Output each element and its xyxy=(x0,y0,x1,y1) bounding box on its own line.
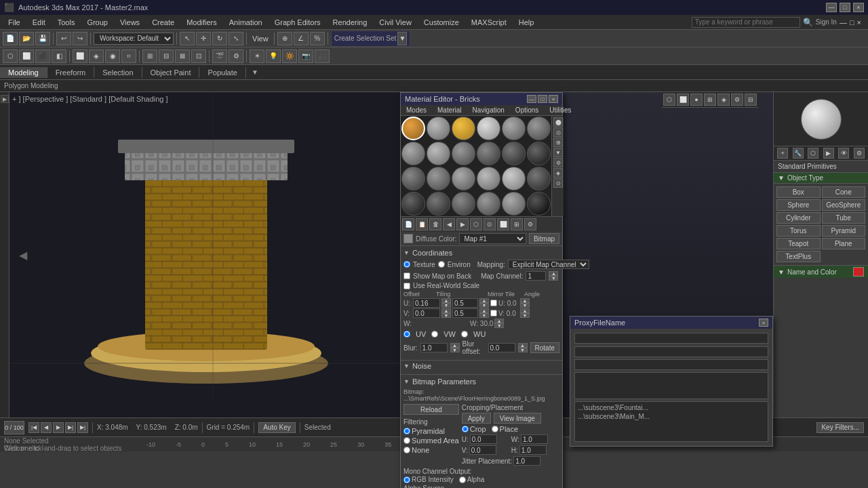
tool5[interactable]: ⬜ xyxy=(73,49,87,63)
mat-tb-4[interactable]: ◀ xyxy=(443,218,455,230)
summed-radio[interactable] xyxy=(403,437,410,444)
tool1[interactable]: ⬡ xyxy=(3,49,18,63)
mat-menu-utilities[interactable]: Utilities xyxy=(544,105,576,115)
dialog-minimize[interactable]: — xyxy=(527,95,536,103)
object-type-section-header[interactable]: ▼ Object Type xyxy=(774,173,868,184)
sphere-7[interactable] xyxy=(427,142,450,165)
blur-offset-down[interactable]: ▼ xyxy=(518,348,528,352)
sphere-21[interactable] xyxy=(477,192,500,216)
offset-u-up[interactable]: ▲ xyxy=(441,298,451,303)
menu-file[interactable]: File xyxy=(3,17,26,28)
pyramidal-radio[interactable] xyxy=(403,428,410,434)
sphere-19[interactable] xyxy=(427,192,450,216)
mat-tb-1[interactable]: 📄 xyxy=(402,218,414,230)
sphere-8[interactable] xyxy=(452,142,475,165)
tool2[interactable]: ⬜ xyxy=(19,49,34,63)
undo-btn[interactable]: ↩ xyxy=(56,32,71,45)
menu-rendering[interactable]: Rendering xyxy=(328,17,373,28)
sphere-4[interactable] xyxy=(502,117,526,140)
corner-icon-3[interactable]: ● xyxy=(690,94,703,106)
tube-btn[interactable]: Tube xyxy=(822,212,866,224)
sphere-btn[interactable]: Sphere xyxy=(776,199,821,211)
create-set-dropdown[interactable]: ▼ xyxy=(397,32,407,45)
new-btn[interactable]: 📄 xyxy=(3,32,18,45)
save-btn[interactable]: 💾 xyxy=(35,32,50,45)
sign-in[interactable]: Sign In xyxy=(816,18,837,26)
bitmap-button[interactable]: Bitmap xyxy=(529,233,559,244)
mat-tb-5[interactable]: ▶ xyxy=(456,218,469,230)
sphere-13[interactable] xyxy=(427,167,450,190)
dialog-close[interactable]: × xyxy=(549,95,558,103)
teapot-btn[interactable]: Teapot xyxy=(776,238,821,249)
torus-btn[interactable]: Torus xyxy=(776,225,821,237)
mat-side-4[interactable]: ▼ xyxy=(553,148,563,157)
offset-u-down[interactable]: ▼ xyxy=(441,303,451,308)
sphere-22[interactable] xyxy=(502,192,526,216)
crop-w-input[interactable] xyxy=(521,434,548,444)
mat-menu-material[interactable]: Material xyxy=(432,105,467,115)
create-panel-icon[interactable]: + xyxy=(777,148,788,159)
mat-side-1[interactable]: ⬤ xyxy=(553,117,563,127)
textplus-btn[interactable]: TextPlus xyxy=(776,251,821,262)
place-radio[interactable] xyxy=(492,426,498,432)
tool4[interactable]: ◧ xyxy=(52,49,66,63)
mat-tb-10[interactable]: ⚙ xyxy=(524,218,536,230)
cam2[interactable]: 🎥 xyxy=(315,49,330,63)
tool10[interactable]: ⊟ xyxy=(159,49,174,63)
display-panel-icon[interactable]: 👁 xyxy=(838,148,849,159)
real-world-checkbox[interactable] xyxy=(403,283,410,289)
next-frame-btn[interactable]: ▶| xyxy=(65,422,76,433)
close-button[interactable]: × xyxy=(853,3,864,12)
diffuse-color-swatch[interactable] xyxy=(403,234,413,243)
sphere-5[interactable] xyxy=(527,117,551,140)
show-map-back-checkbox[interactable] xyxy=(403,272,410,279)
tab-modeling[interactable]: Modeling xyxy=(0,67,47,78)
map-channel-down[interactable]: ▼ xyxy=(549,276,558,281)
map-channel-up[interactable]: ▲ xyxy=(549,271,558,276)
menu-create[interactable]: Create xyxy=(146,17,180,28)
apply-button[interactable]: Apply xyxy=(462,413,491,424)
tab-object-paint[interactable]: Object Paint xyxy=(142,67,200,78)
offset-v-input[interactable] xyxy=(413,308,440,318)
rgb-intensity-radio[interactable] xyxy=(403,476,410,483)
corner-icon-6[interactable]: ⚙ xyxy=(731,94,743,106)
box-btn[interactable]: Box xyxy=(776,186,821,198)
nav-sphere[interactable] xyxy=(801,99,842,140)
sphere-3[interactable] xyxy=(477,117,500,140)
rotate-button[interactable]: Rotate xyxy=(530,342,559,353)
select-btn[interactable]: ↖ xyxy=(180,32,195,45)
blur-offset-up[interactable]: ▲ xyxy=(518,343,528,348)
tiling-v-up[interactable]: ▲ xyxy=(479,308,489,313)
angle-snap-btn[interactable]: ∠ xyxy=(294,32,309,45)
angle-w-up[interactable]: ▲ xyxy=(494,319,504,323)
menu-tools[interactable]: Tools xyxy=(52,17,81,28)
reload-button[interactable]: Reload xyxy=(403,404,459,415)
vw-radio[interactable] xyxy=(431,331,438,338)
mat-tb-3[interactable]: 🗑 xyxy=(429,218,441,230)
sphere-2[interactable] xyxy=(452,117,475,140)
render-btn[interactable]: 🎬 xyxy=(212,49,227,63)
tool6[interactable]: ◈ xyxy=(89,49,104,63)
tool12[interactable]: ⊡ xyxy=(191,49,206,63)
sphere-23[interactable] xyxy=(527,192,551,216)
proxy-close[interactable]: × xyxy=(759,319,768,327)
coord-section-header[interactable]: ▼ Coordinates xyxy=(403,249,559,257)
sphere-18[interactable] xyxy=(401,192,425,216)
menu-customize[interactable]: Customize xyxy=(418,17,465,28)
corner-icon-1[interactable]: ⬡ xyxy=(663,94,675,106)
render-setup-btn[interactable]: ⚙ xyxy=(229,49,243,63)
search-input[interactable] xyxy=(692,17,800,28)
proxy-item-1[interactable]: ...\subscene3\Main_M... xyxy=(576,412,766,421)
key-filters-btn[interactable]: Key Filters... xyxy=(816,422,864,433)
blur-up[interactable]: ▲ xyxy=(450,343,460,348)
corner-icon-4[interactable]: ⊞ xyxy=(704,94,716,106)
menu-graph-editors[interactable]: Graph Editors xyxy=(269,17,326,28)
light2[interactable]: 💡 xyxy=(266,49,281,63)
environ-radio[interactable] xyxy=(438,261,445,268)
none-radio[interactable] xyxy=(403,447,410,453)
sphere-9[interactable] xyxy=(477,142,500,165)
texture-radio[interactable] xyxy=(403,261,410,268)
sphere-16[interactable] xyxy=(502,167,526,190)
tool9[interactable]: ⊞ xyxy=(142,49,157,63)
offset-v-down[interactable]: ▼ xyxy=(441,313,451,318)
